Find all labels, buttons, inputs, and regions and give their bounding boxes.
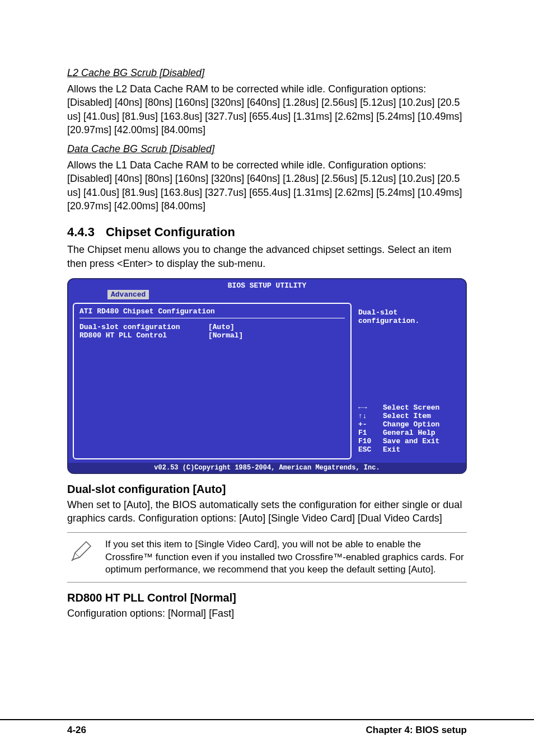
key-desc: Change Option	[383, 420, 439, 429]
bios-help-text: Dual-slot configuration.	[355, 306, 461, 327]
l2cache-body: Allows the L2 Data Cache RAM to be corre…	[67, 82, 467, 137]
key-desc: General Help	[383, 429, 435, 437]
bios-setting-dualslot[interactable]: Dual-slot configuration [Auto]	[79, 323, 345, 331]
h3-row: 4.4.3 Chipset Configuration	[67, 225, 467, 240]
bios-header: BIOS SETUP UTILITY	[68, 279, 466, 290]
key-arrows-lr-icon: ←→	[358, 403, 377, 412]
bios-setting-label: Dual-slot configuration	[79, 323, 208, 331]
bios-keys: ←→Select Screen ↑↓Select Item +-Change O…	[355, 401, 461, 456]
datacache-body: Allows the L1 Data Cache RAM to be corre…	[67, 158, 467, 213]
h3-title: Chipset Configuration	[106, 225, 235, 240]
key-plusminus: +-	[358, 420, 377, 429]
rd800-heading: RD800 HT PLL Control [Normal]	[67, 591, 467, 604]
datacache-heading: Data Cache BG Scrub [Disabled]	[67, 143, 467, 155]
key-esc: ESC	[358, 445, 377, 454]
h3-number: 4.4.3	[67, 225, 95, 240]
bios-setting-value: [Normal]	[208, 331, 243, 340]
pencil-icon	[69, 538, 94, 577]
key-desc: Select Item	[383, 412, 431, 420]
key-f1: F1	[358, 429, 377, 437]
note-text: If you set this item to [Single Video Ca…	[105, 538, 465, 577]
dualslot-heading: Dual-slot configuration [Auto]	[67, 483, 467, 496]
bios-setting-label: RD800 HT PLL Control	[79, 331, 208, 340]
page-footer: 4-26 Chapter 4: BIOS setup	[0, 719, 534, 736]
bios-left-panel: ATI RD480 Chipset Configuration Dual-slo…	[73, 303, 352, 459]
h3-body: The Chipset menu allows you to change th…	[67, 243, 467, 270]
key-arrows-ud-icon: ↑↓	[358, 412, 377, 420]
bios-setting-value: [Auto]	[208, 323, 235, 331]
bios-tab-advanced[interactable]: Advanced	[107, 290, 149, 299]
l2cache-heading: L2 Cache BG Scrub [Disabled]	[67, 67, 467, 79]
chapter-label: Chapter 4: BIOS setup	[366, 725, 467, 736]
key-desc: Exit	[383, 445, 400, 454]
bios-footer: v02.53 (C)Copyright 1985-2004, American …	[68, 463, 466, 473]
dualslot-body: When set to [Auto], the BIOS automatical…	[67, 498, 467, 525]
key-f10: F10	[358, 437, 377, 445]
rd800-body: Configuration options: [Normal] [Fast]	[67, 607, 467, 620]
key-desc: Save and Exit	[383, 437, 439, 445]
bios-tabs: Advanced	[68, 290, 466, 299]
note-box: If you set this item to [Single Video Ca…	[67, 532, 467, 583]
bios-screenshot: BIOS SETUP UTILITY Advanced ATI RD480 Ch…	[67, 278, 467, 474]
page-number: 4-26	[67, 725, 86, 736]
bios-setting-rd800[interactable]: RD800 HT PLL Control [Normal]	[79, 331, 345, 340]
bios-right-panel: Dual-slot configuration. ←→Select Screen…	[355, 303, 461, 459]
key-desc: Select Screen	[383, 403, 439, 412]
bios-panel-title: ATI RD480 Chipset Configuration	[79, 307, 345, 318]
